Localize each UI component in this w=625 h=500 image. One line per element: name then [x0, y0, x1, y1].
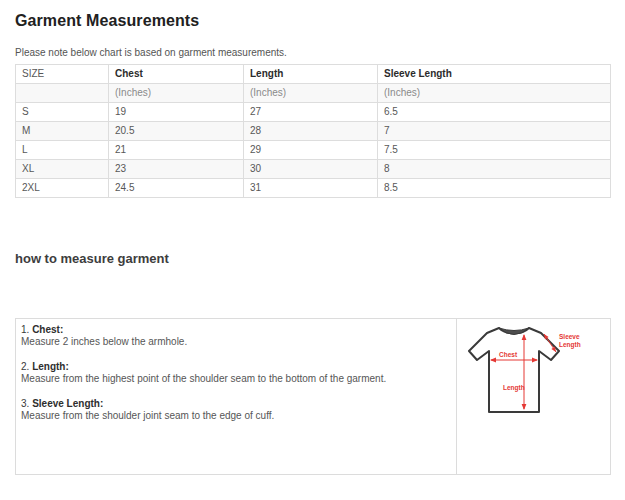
- header-cell-sleeve-length: Sleeve Length: [378, 65, 611, 84]
- instruction-label: Sleeve Length:: [32, 398, 103, 409]
- cell-sleeve-length: 7: [378, 122, 611, 141]
- header-cell-size: SIZE: [16, 65, 109, 84]
- instruction-number: 2.: [21, 361, 29, 372]
- cell-length: 27: [244, 103, 378, 122]
- units-cell-size: [16, 84, 109, 103]
- size-chart-table: SIZE Chest Length Sleeve Length (Inches)…: [15, 64, 611, 198]
- units-cell-length: (Inches): [244, 84, 378, 103]
- cell-chest: 23: [109, 160, 244, 179]
- cell-length: 28: [244, 122, 378, 141]
- table-row-2xl: 2XL 24.5 31 8.5: [16, 179, 611, 198]
- instruction-chest: 1. Chest: Measure 2 inches below the arm…: [21, 324, 448, 348]
- cell-sleeve-length: 6.5: [378, 103, 611, 122]
- table-row-xl: XL 23 30 8: [16, 160, 611, 179]
- cell-size: 2XL: [16, 179, 109, 198]
- cell-sleeve-length: 8.5: [378, 179, 611, 198]
- header-cell-chest: Chest: [109, 65, 244, 84]
- cell-length: 29: [244, 141, 378, 160]
- table-row-s: S 19 27 6.5: [16, 103, 611, 122]
- cell-size: XL: [16, 160, 109, 179]
- measure-instructions-panel: 1. Chest: Measure 2 inches below the arm…: [15, 318, 611, 475]
- instruction-sleeve-length: 3. Sleeve Length: Measure from the shoul…: [21, 398, 448, 422]
- cell-sleeve-length: 8: [378, 160, 611, 179]
- units-cell-chest: (Inches): [109, 84, 244, 103]
- sleeve-length-label-line1: Sleeve: [559, 333, 580, 340]
- cell-chest: 19: [109, 103, 244, 122]
- instruction-text: Measure 2 inches below the armhole.: [21, 336, 448, 348]
- cell-chest: 21: [109, 141, 244, 160]
- cell-chest: 20.5: [109, 122, 244, 141]
- tshirt-outline: [469, 328, 559, 412]
- size-chart-units-row: (Inches) (Inches) (Inches): [16, 84, 611, 103]
- length-label: Length: [503, 384, 525, 392]
- units-cell-sleeve-length: (Inches): [378, 84, 611, 103]
- instruction-heading: 1. Chest:: [21, 324, 448, 336]
- instruction-length: 2. Length: Measure from the highest poin…: [21, 361, 448, 385]
- page-title: Garment Measurements: [15, 12, 610, 30]
- instruction-text: Measure from the shoulder joint seam to …: [21, 410, 448, 422]
- instruction-heading: 2. Length:: [21, 361, 448, 373]
- chest-label: Chest: [499, 351, 518, 358]
- table-row-l: L 21 29 7.5: [16, 141, 611, 160]
- table-row-m: M 20.5 28 7: [16, 122, 611, 141]
- cell-length: 31: [244, 179, 378, 198]
- header-cell-length: Length: [244, 65, 378, 84]
- measurement-note: Please note below chart is based on garm…: [15, 47, 610, 58]
- instructions-list: 1. Chest: Measure 2 inches below the arm…: [16, 319, 456, 474]
- garment-measurements-page: Garment Measurements Please note below c…: [0, 0, 625, 500]
- instruction-text: Measure from the highest point of the sh…: [21, 373, 448, 385]
- cell-sleeve-length: 7.5: [378, 141, 611, 160]
- tshirt-diagram-cell: Chest Length Sleeve Length: [456, 319, 610, 474]
- cell-size: L: [16, 141, 109, 160]
- size-chart-header-row: SIZE Chest Length Sleeve Length: [16, 65, 611, 84]
- cell-length: 30: [244, 160, 378, 179]
- cell-chest: 24.5: [109, 179, 244, 198]
- cell-size: S: [16, 103, 109, 122]
- cell-size: M: [16, 122, 109, 141]
- instruction-label: Length:: [32, 361, 69, 372]
- instruction-number: 3.: [21, 398, 29, 409]
- sleeve-length-label-line2: Length: [559, 341, 581, 349]
- instruction-number: 1.: [21, 324, 29, 335]
- instruction-label: Chest:: [32, 324, 63, 335]
- instruction-heading: 3. Sleeve Length:: [21, 398, 448, 410]
- tshirt-measurement-diagram: Chest Length Sleeve Length: [466, 324, 581, 419]
- how-to-measure-heading: how to measure garment: [15, 251, 625, 266]
